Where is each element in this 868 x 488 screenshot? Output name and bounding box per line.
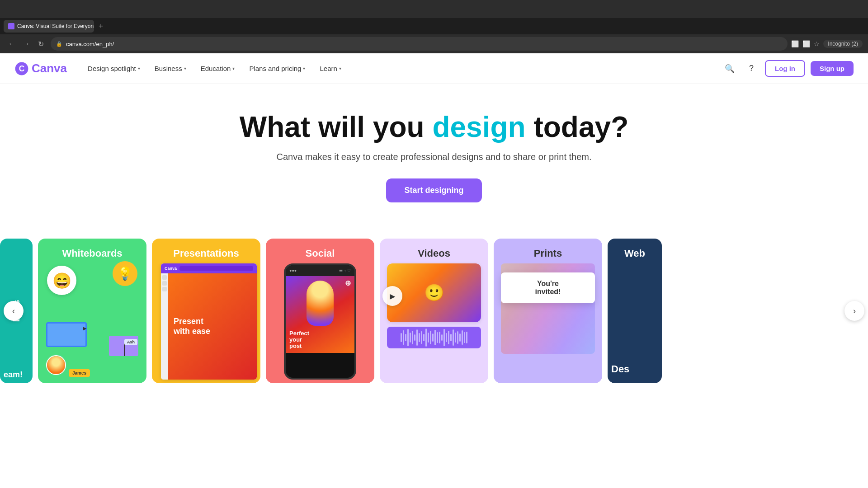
chevron-down-icon: ▾	[184, 66, 186, 71]
social-image-area: ⊕ Perfectyourpost	[286, 276, 354, 353]
emoji-lightning-icon: 💡	[113, 261, 137, 286]
nav-label-design-spotlight: Design spotlight	[88, 65, 136, 72]
browser-chrome	[0, 0, 868, 18]
start-designing-button[interactable]: Start designing	[386, 178, 481, 202]
svg-text:C: C	[19, 64, 25, 73]
tab-title: Canva: Visual Suite for Everyon...	[17, 23, 94, 29]
nav-item-learn[interactable]: Learn ▾	[313, 61, 347, 76]
chevron-down-icon: ▾	[138, 66, 140, 71]
login-button[interactable]: Log in	[765, 60, 805, 77]
nav-links: Design spotlight ▾ Business ▾ Education …	[81, 61, 722, 76]
reload-button[interactable]: ↻	[34, 38, 47, 50]
bookmark-icon[interactable]: ☆	[814, 40, 820, 47]
card-docs-team-text: eam!	[4, 371, 23, 379]
incognito-badge: Incognito (2)	[823, 40, 863, 48]
card-social-label: Social	[306, 248, 335, 259]
pres-slide: Presentwith ease	[168, 273, 257, 380]
card-social[interactable]: Social ●●● ☰ ↑ ♡ ⊕ Perfectyourpost	[266, 239, 374, 383]
hero-subtitle: Canva makes it easy to create profession…	[9, 152, 859, 162]
pres-sidebar	[161, 273, 168, 380]
nav-label-plans: Plans and pricing	[249, 65, 301, 72]
whiteboards-illustration: 😄 💡 ▶ James Ash	[38, 239, 146, 383]
card-presentations-label: Presentations	[173, 248, 239, 259]
carousel-left-button[interactable]: ‹	[4, 301, 24, 321]
hero-title-highlight: design	[432, 111, 525, 143]
hero-title-suffix: today?	[526, 111, 629, 143]
social-phone-mockup: ●●● ☰ ↑ ♡ ⊕ Perfectyourpost	[284, 263, 356, 380]
card-whiteboards[interactable]: Whiteboards 😄 💡 ▶ James	[38, 239, 146, 383]
canva-logo-icon: C	[14, 61, 29, 76]
tab-favicon	[8, 23, 14, 29]
signup-button[interactable]: Sign up	[811, 61, 854, 76]
address-bar-row: ← → ↻ 🔒 canva.com/en_ph/ ⬜ ⬜ ☆ Incognito…	[0, 34, 868, 53]
card-videos-label: Videos	[418, 248, 450, 259]
card-videos[interactable]: Videos 🙂 ▶	[380, 239, 488, 383]
logo[interactable]: C Canva	[14, 61, 67, 76]
browser-right-controls: ⬜ ⬜ ☆ Incognito (2)	[791, 40, 863, 48]
pres-app-bar: Canva	[161, 263, 257, 273]
card-presentations[interactable]: Presentations Canva Presentwith ease	[152, 239, 260, 383]
url-text: canva.com/en_ph/	[66, 41, 114, 47]
card-prints[interactable]: Prints You'reinvited!	[494, 239, 602, 383]
search-icon: 🔍	[725, 64, 735, 74]
wb-name-tag-ash: Ash	[124, 339, 137, 345]
extension-icon-1: ⬜	[791, 40, 799, 47]
nav-label-learn: Learn	[320, 65, 337, 72]
logo-text: Canva	[32, 61, 67, 75]
forward-button[interactable]: →	[20, 38, 33, 50]
help-button[interactable]: ?	[743, 61, 760, 77]
help-icon: ?	[749, 64, 754, 73]
new-tab-button[interactable]: +	[96, 22, 106, 31]
print-card-text: You'reinvited!	[508, 280, 588, 296]
chevron-down-icon: ▾	[232, 66, 235, 71]
wb-connect-line	[124, 343, 125, 356]
videos-illustration: 🙂 ▶	[387, 263, 481, 376]
nav-right: 🔍 ? Log in Sign up	[722, 60, 854, 77]
address-bar[interactable]: 🔒 canva.com/en_ph/	[51, 37, 788, 51]
wb-avatar	[46, 355, 66, 375]
search-button[interactable]: 🔍	[722, 61, 738, 77]
nav-controls: ← → ↻	[5, 38, 47, 50]
wb-blue-rect	[46, 322, 87, 347]
presentations-mockup: Canva Presentwith ease	[161, 263, 257, 380]
page: C Canva Design spotlight ▾ Business ▾ Ed…	[0, 53, 868, 383]
social-overlay-post-text: Perfectyourpost	[289, 330, 309, 350]
social-person-figure	[307, 281, 334, 326]
web-design-text: Des	[611, 364, 629, 374]
hero-section: What will you design today? Canva makes …	[0, 84, 868, 221]
nav-item-plans[interactable]: Plans and pricing ▾	[243, 61, 311, 76]
prints-illustration: You'reinvited!	[501, 263, 595, 376]
card-prints-label: Prints	[534, 248, 562, 259]
emoji-laugh-icon: 😄	[47, 266, 76, 295]
pres-body: Presentwith ease	[161, 273, 257, 380]
print-card-example: You'reinvited!	[501, 272, 595, 303]
chevron-down-icon: ▾	[303, 66, 305, 71]
cards-section: ‹ Docs eam! Whiteboards 😄 💡 ▶	[0, 239, 868, 383]
social-canva-logo: ⊕	[345, 279, 351, 287]
lock-icon: 🔒	[56, 41, 62, 47]
nav-item-design-spotlight[interactable]: Design spotlight ▾	[81, 61, 146, 76]
navbar: C Canva Design spotlight ▾ Business ▾ Ed…	[0, 53, 868, 84]
wb-name-tag: James	[69, 369, 90, 377]
pres-slide-text: Presentwith ease	[174, 317, 210, 336]
audio-waveform	[387, 327, 481, 348]
card-whiteboards-label: Whiteboards	[62, 248, 122, 259]
card-web[interactable]: Web Des	[608, 239, 662, 383]
tab-bar: Canva: Visual Suite for Everyon... ✕ +	[0, 18, 868, 34]
nav-item-business[interactable]: Business ▾	[148, 61, 193, 76]
card-web-label: Web	[624, 248, 645, 259]
wb-arrow-icon: ▶	[83, 326, 87, 331]
nav-label-education: Education	[201, 65, 231, 72]
chevron-down-icon: ▾	[339, 66, 341, 71]
extension-icon-2: ⬜	[802, 40, 810, 47]
hero-title: What will you design today?	[9, 111, 859, 143]
social-phone-status-bar: ●●● ☰ ↑ ♡	[286, 265, 354, 276]
hero-title-prefix: What will you	[240, 111, 433, 143]
back-button[interactable]: ←	[5, 38, 18, 50]
browser-tab[interactable]: Canva: Visual Suite for Everyon... ✕	[4, 20, 94, 33]
nav-label-business: Business	[155, 65, 182, 72]
carousel-right-button[interactable]: ›	[844, 301, 864, 321]
nav-item-education[interactable]: Education ▾	[194, 61, 241, 76]
